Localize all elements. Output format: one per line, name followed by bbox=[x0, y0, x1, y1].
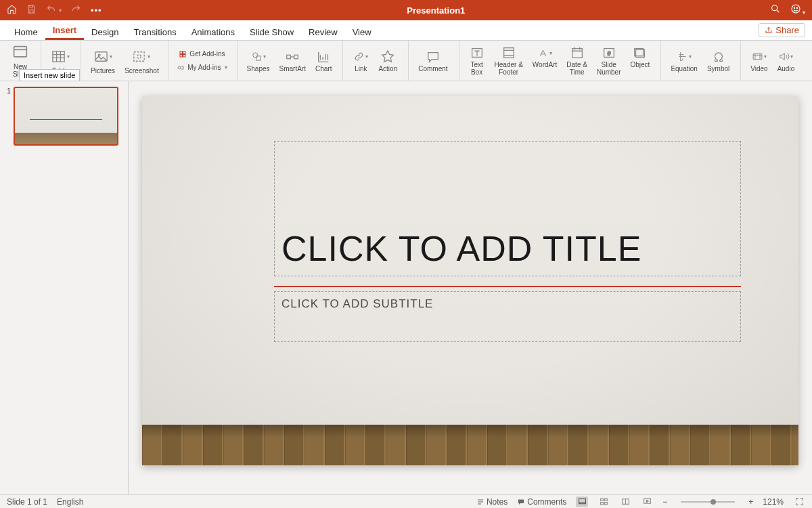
svg-rect-21 bbox=[572, 49, 582, 58]
svg-rect-4 bbox=[14, 47, 27, 57]
screenshot-button[interactable]: ▾ Screenshot bbox=[120, 46, 161, 76]
equation-button[interactable]: ▾ Equation bbox=[667, 48, 701, 74]
share-label: Share bbox=[775, 25, 799, 35]
tab-animations[interactable]: Animations bbox=[184, 23, 242, 40]
audio-button[interactable]: ▾ Audio bbox=[773, 48, 799, 74]
shapes-button[interactable]: ▾ Shapes bbox=[243, 48, 274, 74]
tab-review[interactable]: Review bbox=[301, 23, 345, 40]
slide[interactable]: CLICK TO ADD TITLE CLICK TO ADD SUBTITLE bbox=[142, 96, 798, 465]
comments-button[interactable]: Comments bbox=[517, 497, 566, 507]
textbox-button[interactable]: Text Box bbox=[465, 44, 489, 77]
equation-icon: ▾ bbox=[677, 49, 692, 64]
svg-point-2 bbox=[794, 7, 794, 8]
svg-rect-13 bbox=[183, 54, 186, 57]
workspace: 1 CLICK TO ADD TITLE CLICK TO ADD SUBTIT… bbox=[0, 81, 812, 494]
document-title: Presentation1 bbox=[102, 5, 770, 16]
svg-rect-12 bbox=[180, 54, 183, 57]
smartart-button[interactable]: SmartArt bbox=[275, 48, 310, 74]
floor-graphic bbox=[142, 425, 798, 465]
tab-design[interactable]: Design bbox=[84, 23, 126, 40]
svg-rect-31 bbox=[604, 503, 607, 505]
audio-icon: ▾ bbox=[778, 49, 793, 64]
account-icon[interactable]: ▾ bbox=[790, 3, 805, 17]
share-button[interactable]: Share bbox=[759, 23, 805, 37]
slide-navigator: 1 bbox=[0, 81, 129, 494]
svg-rect-26 bbox=[753, 54, 762, 60]
new-slide-icon bbox=[11, 43, 30, 62]
more-icon[interactable]: ••• bbox=[91, 5, 102, 16]
zoom-out-icon[interactable]: − bbox=[662, 497, 667, 507]
chart-icon bbox=[316, 49, 331, 64]
save-icon[interactable] bbox=[26, 4, 37, 17]
header-footer-icon bbox=[501, 45, 516, 60]
thumb-number: 1 bbox=[7, 87, 11, 146]
svg-point-14 bbox=[178, 66, 181, 69]
sorter-view-icon[interactable] bbox=[597, 496, 610, 507]
tab-view[interactable]: View bbox=[345, 23, 379, 40]
action-button[interactable]: Action bbox=[374, 48, 401, 74]
svg-rect-11 bbox=[183, 51, 186, 54]
reading-view-icon[interactable] bbox=[619, 496, 631, 507]
symbol-button[interactable]: Symbol bbox=[703, 48, 734, 74]
link-icon: ▾ bbox=[353, 49, 368, 64]
table-icon: ▾ bbox=[51, 47, 70, 66]
slide-thumbnail[interactable] bbox=[14, 87, 118, 146]
zoom-in-icon[interactable]: + bbox=[748, 497, 753, 507]
object-icon bbox=[633, 45, 648, 60]
slide-canvas-area: CLICK TO ADD TITLE CLICK TO ADD SUBTITLE bbox=[129, 81, 812, 494]
video-icon: ▾ bbox=[752, 49, 767, 64]
normal-view-icon[interactable] bbox=[576, 496, 588, 507]
smartart-icon bbox=[285, 49, 300, 64]
svg-rect-8 bbox=[134, 52, 144, 61]
datetime-button[interactable]: Date & Time bbox=[562, 44, 591, 77]
tab-home[interactable]: Home bbox=[7, 23, 45, 40]
tab-slideshow[interactable]: Slide Show bbox=[242, 23, 301, 40]
search-icon[interactable] bbox=[770, 3, 781, 17]
zoom-slider[interactable] bbox=[681, 501, 735, 503]
datetime-icon bbox=[570, 45, 585, 60]
comment-button[interactable]: Comment bbox=[414, 48, 451, 74]
object-button[interactable]: Object bbox=[626, 44, 654, 77]
slide-number-icon: # bbox=[602, 45, 616, 60]
title-placeholder[interactable]: CLICK TO ADD TITLE bbox=[274, 141, 741, 276]
subtitle-placeholder[interactable]: CLICK TO ADD SUBTITLE bbox=[274, 291, 741, 342]
svg-point-1 bbox=[792, 5, 800, 13]
slide-indicator[interactable]: Slide 1 of 1 bbox=[7, 497, 47, 507]
title-bar: ▾ ••• Presentation1 ▾ bbox=[0, 0, 812, 20]
zoom-value[interactable]: 121% bbox=[763, 497, 784, 507]
undo-icon[interactable] bbox=[46, 4, 56, 17]
svg-rect-10 bbox=[180, 51, 183, 54]
redo-icon[interactable] bbox=[71, 4, 81, 17]
home-icon[interactable] bbox=[7, 4, 17, 17]
svg-point-3 bbox=[796, 7, 797, 8]
screenshot-icon: ▾ bbox=[131, 47, 150, 66]
svg-point-15 bbox=[252, 53, 257, 58]
link-button[interactable]: ▾ Link bbox=[348, 48, 373, 74]
svg-rect-29 bbox=[604, 499, 607, 501]
slide-number-button[interactable]: # Slide Number bbox=[593, 44, 625, 77]
get-addins-button[interactable]: Get Add-ins bbox=[176, 49, 227, 60]
wordart-button[interactable]: ▾ WordArt bbox=[528, 44, 562, 77]
my-addins-button[interactable]: My Add-ins▾ bbox=[174, 62, 229, 73]
header-footer-button[interactable]: Header & Footer bbox=[491, 44, 527, 77]
textbox-icon bbox=[470, 45, 484, 60]
action-icon bbox=[380, 49, 395, 64]
svg-rect-28 bbox=[600, 499, 603, 501]
fit-window-icon[interactable] bbox=[793, 496, 805, 507]
comment-icon bbox=[426, 49, 441, 64]
tab-transitions[interactable]: Transitions bbox=[127, 23, 184, 40]
ribbon: New Slide ▾ Table ▾ Pictures ▾ Screensho… bbox=[0, 41, 812, 81]
svg-point-0 bbox=[772, 5, 777, 11]
video-button[interactable]: ▾ Video bbox=[746, 48, 771, 74]
svg-rect-18 bbox=[294, 55, 298, 59]
language-indicator[interactable]: English bbox=[57, 497, 83, 507]
pictures-button[interactable]: ▾ Pictures bbox=[87, 46, 119, 76]
svg-point-9 bbox=[137, 55, 141, 59]
undo-dropdown-icon[interactable]: ▾ bbox=[59, 7, 62, 14]
pictures-icon: ▾ bbox=[93, 47, 112, 66]
slideshow-view-icon[interactable] bbox=[641, 496, 653, 507]
chart-button[interactable]: Chart bbox=[311, 48, 336, 74]
notes-button[interactable]: Notes bbox=[476, 497, 508, 507]
tooltip: Insert new slide bbox=[19, 69, 80, 81]
tab-insert[interactable]: Insert bbox=[45, 21, 84, 40]
